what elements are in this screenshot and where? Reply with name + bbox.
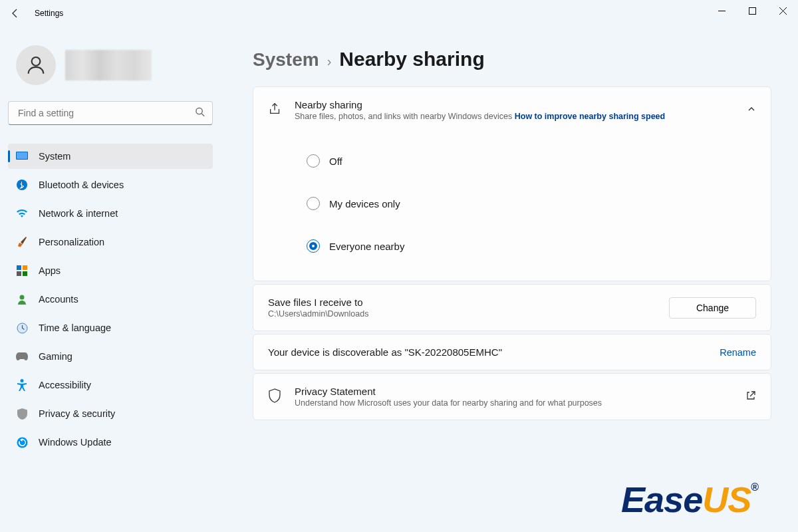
clock-icon bbox=[16, 322, 28, 334]
breadcrumb-parent[interactable]: System bbox=[253, 49, 319, 70]
nav-item-privacy-security[interactable]: Privacy & security bbox=[8, 401, 213, 426]
svg-rect-6 bbox=[17, 152, 27, 159]
apps-icon bbox=[16, 265, 28, 277]
nav-item-gaming[interactable]: Gaming bbox=[8, 344, 213, 369]
share-icon bbox=[268, 102, 284, 119]
profile-section[interactable] bbox=[8, 27, 213, 101]
maximize-button[interactable] bbox=[737, 0, 767, 21]
person-icon bbox=[16, 293, 28, 305]
system-icon bbox=[16, 150, 28, 162]
sharing-options: Off My devices only Everyone nearby bbox=[253, 133, 771, 281]
search-field[interactable] bbox=[8, 101, 213, 125]
nav-label: Privacy & security bbox=[39, 408, 115, 419]
gamepad-icon bbox=[16, 350, 28, 362]
titlebar: Settings bbox=[0, 0, 798, 27]
nav-item-personalization[interactable]: Personalization bbox=[8, 229, 213, 255]
search-icon bbox=[195, 107, 205, 120]
radio-option-off[interactable]: Off bbox=[307, 140, 744, 182]
nav-label: System bbox=[39, 151, 70, 162]
update-icon bbox=[16, 436, 28, 448]
privacy-title: Privacy Statement bbox=[295, 386, 735, 397]
svg-point-3 bbox=[196, 108, 202, 114]
nav-label: Time & language bbox=[39, 323, 111, 333]
watermark-text-a: Ease bbox=[621, 479, 702, 519]
nav-label: Windows Update bbox=[39, 437, 112, 448]
discoverable-text: Your device is discoverable as "SK-20220… bbox=[268, 346, 709, 358]
nav-label: Gaming bbox=[39, 351, 72, 362]
window-controls bbox=[706, 0, 798, 21]
svg-rect-8 bbox=[17, 265, 21, 270]
change-button[interactable]: Change bbox=[669, 297, 756, 319]
radio-label: Everyone nearby bbox=[329, 241, 404, 252]
chevron-up-icon bbox=[747, 104, 756, 116]
nav-label: Accessibility bbox=[39, 380, 91, 390]
radio-option-my-devices[interactable]: My devices only bbox=[307, 182, 744, 225]
card-subtitle: Share files, photos, and links with near… bbox=[295, 112, 736, 121]
nav-item-accounts[interactable]: Accounts bbox=[8, 287, 213, 312]
paintbrush-icon bbox=[16, 236, 28, 248]
svg-point-2 bbox=[32, 57, 41, 66]
radio-label: Off bbox=[329, 156, 342, 167]
wifi-icon bbox=[16, 207, 28, 219]
save-location-card: Save files I receive to C:\Users\admin\D… bbox=[253, 284, 771, 331]
nearby-sharing-card: Nearby sharing Share files, photos, and … bbox=[253, 86, 771, 281]
svg-rect-9 bbox=[23, 265, 27, 270]
radio-icon bbox=[307, 239, 320, 253]
external-link-icon bbox=[745, 390, 756, 404]
nav-label: Personalization bbox=[39, 237, 104, 247]
minimize-button[interactable] bbox=[706, 0, 737, 21]
nav-label: Apps bbox=[39, 265, 61, 276]
svg-point-12 bbox=[20, 295, 25, 300]
nav-item-network[interactable]: Network & internet bbox=[8, 201, 213, 226]
nav-item-accessibility[interactable]: Accessibility bbox=[8, 372, 213, 398]
accessibility-icon bbox=[16, 379, 28, 391]
nav-label: Bluetooth & devices bbox=[39, 180, 124, 190]
nav-label: Accounts bbox=[39, 294, 78, 305]
save-location-path: C:\Users\admin\Downloads bbox=[268, 309, 658, 319]
breadcrumb: System › Nearby sharing bbox=[253, 27, 771, 86]
device-name-card: Your device is discoverable as "SK-20220… bbox=[253, 334, 771, 370]
watermark-text-b: US bbox=[702, 479, 751, 519]
svg-rect-1 bbox=[749, 7, 755, 14]
avatar bbox=[16, 45, 56, 85]
search-input[interactable] bbox=[8, 101, 213, 125]
nav-item-windows-update[interactable]: Windows Update bbox=[8, 430, 213, 455]
radio-label: My devices only bbox=[329, 198, 400, 209]
card-title: Nearby sharing bbox=[295, 99, 736, 110]
nav-item-bluetooth[interactable]: Bluetooth & devices bbox=[8, 172, 213, 198]
profile-name-redacted bbox=[65, 50, 152, 80]
radio-icon bbox=[307, 197, 320, 210]
page-title: Nearby sharing bbox=[339, 48, 484, 70]
sidebar: System Bluetooth & devices Network & int… bbox=[0, 27, 221, 532]
back-button[interactable] bbox=[5, 3, 27, 24]
nav-item-system[interactable]: System bbox=[8, 144, 213, 169]
nav-item-time-language[interactable]: Time & language bbox=[8, 315, 213, 340]
nav-item-apps[interactable]: Apps bbox=[8, 258, 213, 283]
svg-point-14 bbox=[21, 379, 24, 382]
save-location-title: Save files I receive to bbox=[268, 297, 658, 308]
shield-outline-icon bbox=[268, 388, 284, 406]
watermark-registered: ® bbox=[751, 481, 758, 493]
svg-rect-11 bbox=[23, 271, 27, 276]
radio-option-everyone[interactable]: Everyone nearby bbox=[307, 225, 744, 267]
watermark: EaseUS® bbox=[621, 479, 758, 520]
nearby-sharing-header[interactable]: Nearby sharing Share files, photos, and … bbox=[253, 87, 771, 133]
svg-rect-10 bbox=[17, 271, 21, 276]
privacy-statement-card[interactable]: Privacy Statement Understand how Microso… bbox=[253, 373, 771, 420]
close-button[interactable] bbox=[767, 0, 798, 21]
window-title: Settings bbox=[35, 9, 63, 18]
nav-list: System Bluetooth & devices Network & int… bbox=[8, 144, 213, 455]
main-content: System › Nearby sharing Nearby sharing S… bbox=[221, 27, 798, 532]
improve-speed-link[interactable]: How to improve nearby sharing speed bbox=[515, 112, 665, 121]
bluetooth-icon bbox=[16, 179, 28, 191]
shield-icon bbox=[16, 408, 28, 420]
nav-label: Network & internet bbox=[39, 208, 118, 219]
privacy-subtitle: Understand how Microsoft uses your data … bbox=[295, 398, 735, 408]
radio-icon bbox=[307, 154, 320, 168]
chevron-right-icon: › bbox=[327, 54, 332, 69]
svg-line-4 bbox=[201, 114, 204, 116]
rename-link[interactable]: Rename bbox=[720, 347, 756, 358]
